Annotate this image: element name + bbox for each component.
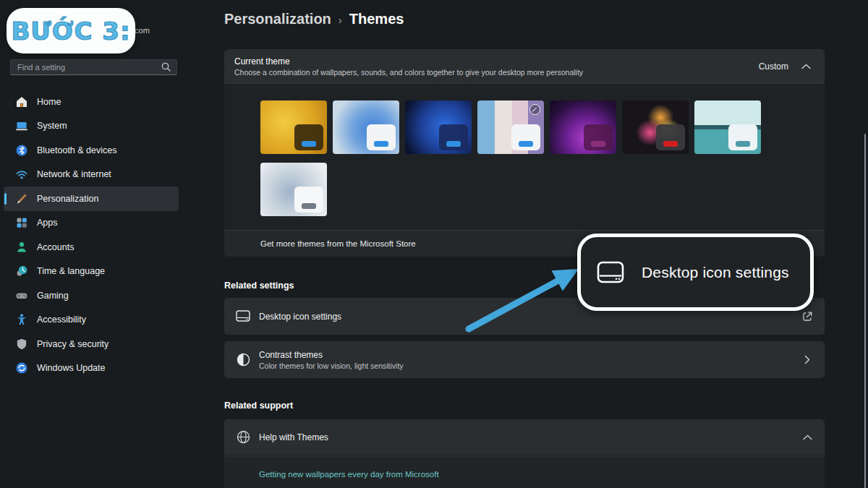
sidebar-item-system[interactable]: System [4,114,179,139]
sidebar-item-label: Gaming [37,291,69,301]
chevron-right-icon [801,354,813,366]
step-badge: BƯỚC 3: [7,8,135,53]
row-subtitle: Color themes for low vision, light sensi… [259,361,801,370]
related-settings-heading: Related settings [224,281,294,291]
sidebar-item-label: Home [37,97,61,107]
help-expanded-panel: Getting new wallpapers every day from Mi… [224,455,825,488]
contrast-themes-row[interactable]: Contrast themes Color themes for low vis… [224,341,825,378]
privacy-shield-icon [15,338,28,351]
sidebar-item-windows-update[interactable]: Windows Update [4,356,179,381]
chevron-up-icon[interactable] [801,432,813,443]
sidebar-item-accounts[interactable]: Accounts [4,235,179,260]
sidebar-item-gaming[interactable]: Gaming [4,283,179,308]
gaming-icon [15,289,28,302]
globe-icon [236,430,250,445]
sidebar-item-time-language[interactable]: Time & language [4,260,179,284]
theme-thumbnail-windows-bloom-gold[interactable] [260,100,327,154]
theme-thumbnail-photo-collage[interactable] [477,100,544,154]
accessibility-icon [15,313,28,326]
search-box[interactable] [10,59,177,75]
sidebar-nav: Home System Bluetooth & devices Network … [4,90,179,380]
windows-update-icon [15,361,28,374]
network-icon [15,168,28,181]
current-theme-header[interactable]: Current theme Choose a combination of wa… [224,49,825,83]
sidebar-item-network-internet[interactable]: Network & internet [4,163,179,187]
personalization-icon [15,192,28,205]
apps-icon [15,216,28,229]
help-with-themes-row[interactable]: Help with Themes [224,419,825,455]
desktop-icon-settings-callout: Desktop icon settings [577,234,814,311]
time-language-icon [15,265,28,278]
contrast-icon [236,353,250,367]
selected-accent-bar [4,193,7,205]
breadcrumb-parent[interactable]: Personalization [224,11,331,27]
search-input[interactable] [11,63,161,72]
sidebar-item-personalization[interactable]: Personalization [4,187,179,211]
annotation-arrow [441,254,586,338]
theme-thumbnail-windows-bloom-light-blue[interactable] [333,100,399,154]
external-link-icon [801,311,813,322]
sidebar-item-apps[interactable]: Apps [4,211,179,236]
get-more-themes-label: Get more themes from the Microsoft Store [260,239,416,248]
hidden-preview-icon [529,104,540,115]
row-label: Help with Themes [259,432,801,442]
theme-thumbnail-glow-purple[interactable] [550,100,616,154]
breadcrumb: Personalization › Themes [224,7,404,30]
bluetooth-icon [15,144,28,157]
step-badge-label: BƯỚC 3: [11,17,130,46]
theme-thumbnail-captured-motion-teal[interactable] [694,100,761,154]
support-link[interactable]: Getting new wallpapers every day from Mi… [259,470,439,479]
chevron-up-icon[interactable] [800,61,812,72]
theme-thumbnail-dark-floral[interactable] [622,100,689,154]
row-label: Contrast themes [259,350,801,360]
accounts-icon [15,241,28,254]
sidebar-item-label: Accessibility [37,314,86,325]
sidebar-item-label: Accounts [37,242,74,252]
sidebar-item-label: System [37,121,67,131]
theme-thumbnail-windows-bloom-dark-blue[interactable] [405,100,472,154]
current-theme-title: Current theme [234,56,759,67]
sidebar-item-accessibility[interactable]: Accessibility [4,308,179,333]
sidebar-item-label: Time & language [37,266,105,276]
callout-label: Desktop icon settings [642,264,789,281]
current-theme-subtitle: Choose a combination of wallpapers, soun… [234,68,759,77]
home-icon [15,95,28,108]
related-support-heading: Related support [224,401,293,411]
sidebar-item-bluetooth-devices[interactable]: Bluetooth & devices [4,138,179,163]
desktop-monitor-icon [236,309,250,324]
desktop-monitor-icon [597,261,624,283]
theme-gallery [224,83,825,230]
sidebar-item-label: Privacy & security [37,339,109,349]
breadcrumb-separator: › [339,12,342,26]
sidebar-item-label: Bluetooth & devices [37,145,117,155]
sidebar-item-label: Personalization [37,194,98,204]
settings-window: .com Home System Bluetooth & devices Net… [0,0,868,488]
sidebar-item-privacy-security[interactable]: Privacy & security [4,332,179,356]
page-title: Themes [349,11,404,27]
vertical-scrollbar[interactable] [864,134,866,488]
current-theme-value: Custom [759,61,788,72]
system-icon [15,119,28,132]
sidebar-item-label: Windows Update [37,363,106,373]
sidebar-item-home[interactable]: Home [4,90,179,114]
sidebar-item-label: Apps [37,218,58,228]
search-icon[interactable] [161,61,172,73]
theme-thumbnail-windows-bloom-light-gray[interactable] [260,163,327,216]
sidebar-item-label: Network & internet [37,169,111,179]
